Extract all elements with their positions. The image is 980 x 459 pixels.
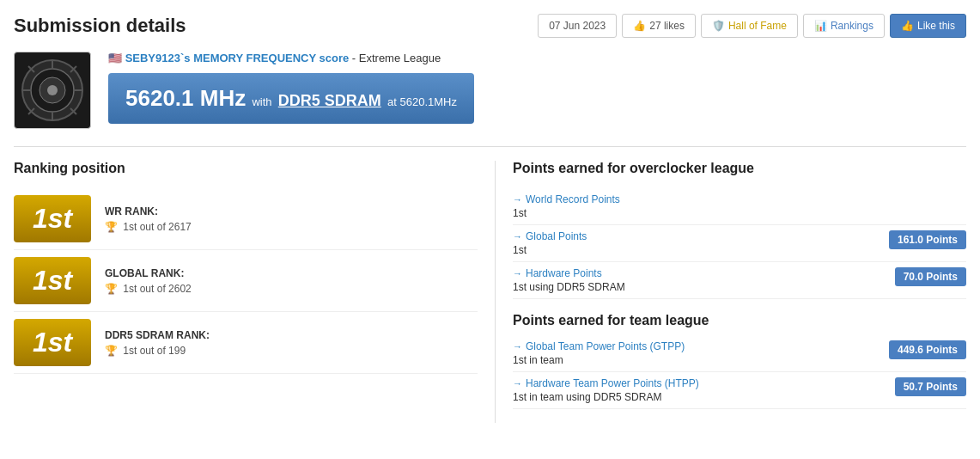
score-box: 5620.1 MHz with DDR5 SDRAM at 5620.1MHz [108, 73, 474, 124]
svg-point-3 [47, 85, 58, 95]
like-icon: 👍 [901, 20, 914, 32]
points-sub-wr: 1st [513, 207, 620, 219]
points-left-htpp: Hardware Team Power Points (HTPP) 1st in… [513, 377, 699, 403]
rank-items: 1st WR RANK: 🏆 1st out of 2617 1st [14, 188, 478, 374]
rankings-button[interactable]: 📊 Rankings [803, 14, 885, 38]
hardware-points-link[interactable]: Hardware Points [513, 267, 625, 279]
points-sub-gtpp: 1st in team [513, 354, 685, 366]
htpp-badge: 50.7 Points [895, 377, 966, 396]
points-sub-htpp: 1st in team using DDR5 SDRAM [513, 391, 699, 403]
points-left-global: Global Points 1st [513, 230, 587, 256]
main-divider [14, 146, 966, 147]
points-row-global: Global Points 1st 161.0 Points [513, 225, 966, 262]
flag-icon: 🇺🇸 [108, 52, 122, 64]
gtpp-link[interactable]: Global Team Power Points (GTPP) [513, 340, 685, 352]
trophy-icon-hw: 🏆 [105, 345, 118, 357]
wr-points-link[interactable]: World Record Points [513, 193, 620, 205]
page-title: Submission details [14, 15, 186, 37]
hardware-link[interactable]: DDR5 SDRAM [278, 92, 381, 109]
rank-item-wr: 1st WR RANK: 🏆 1st out of 2617 [14, 188, 478, 250]
points-row-gtpp: Global Team Power Points (GTPP) 1st in t… [513, 335, 966, 372]
like-this-button[interactable]: 👍 Like this [890, 14, 966, 38]
rank-label-hw: DDR5 SDRAM RANK: [105, 329, 210, 341]
rank-sub-hw: 🏆 1st out of 199 [105, 345, 210, 357]
date-badge: 07 Jun 2023 [538, 14, 617, 38]
submission-text: 🇺🇸 SEBY9123`s MEMORY FREQUENCY score - E… [108, 52, 966, 124]
main-container: Submission details 07 Jun 2023 👍 27 like… [0, 0, 980, 437]
rank-label-global: GLOBAL RANK: [105, 267, 192, 279]
shield-icon: 🛡️ [712, 20, 725, 32]
rank-badge-global: 1st [14, 257, 91, 304]
rank-sub-wr: 🏆 1st out of 2617 [105, 221, 192, 233]
trophy-icon-wr: 🏆 [105, 221, 118, 233]
header-row: Submission details 07 Jun 2023 👍 27 like… [14, 14, 966, 38]
global-points-badge: 161.0 Points [889, 230, 966, 249]
submission-info: 🇺🇸 SEBY9123`s MEMORY FREQUENCY score - E… [14, 52, 966, 129]
ranking-section: Ranking position 1st WR RANK: 🏆 1st out … [14, 161, 495, 423]
points-sub-global: 1st [513, 244, 587, 256]
hardware-image [14, 52, 91, 129]
points-row-htpp: Hardware Team Power Points (HTPP) 1st in… [513, 372, 966, 409]
two-col-layout: Ranking position 1st WR RANK: 🏆 1st out … [14, 161, 966, 423]
rank-item-hw: 1st DDR5 SDRAM RANK: 🏆 1st out of 199 [14, 312, 478, 374]
trophy-icon-global: 🏆 [105, 283, 118, 295]
header-actions: 07 Jun 2023 👍 27 likes 🛡️ Hall of Fame 📊… [538, 14, 966, 38]
points-left-wr: World Record Points 1st [513, 193, 620, 219]
points-team-title: Points earned for team league [513, 313, 966, 328]
rank-detail-hw: DDR5 SDRAM RANK: 🏆 1st out of 199 [105, 329, 210, 357]
rank-detail-wr: WR RANK: 🏆 1st out of 2617 [105, 205, 192, 233]
points-league-rows: World Record Points 1st Global Points 1s… [513, 188, 966, 299]
points-league-title: Points earned for overclocker league [513, 161, 966, 176]
rank-badge-hw: 1st [14, 319, 91, 366]
points-left-gtpp: Global Team Power Points (GTPP) 1st in t… [513, 340, 685, 366]
points-team-rows: Global Team Power Points (GTPP) 1st in t… [513, 335, 966, 409]
global-points-link[interactable]: Global Points [513, 230, 587, 242]
bar-chart-icon: 📊 [814, 20, 827, 32]
points-left-hw: Hardware Points 1st using DDR5 SDRAM [513, 267, 625, 293]
user-benchmark-link[interactable]: SEBY9123`s MEMORY FREQUENCY score [125, 52, 352, 64]
points-sub-hw: 1st using DDR5 SDRAM [513, 281, 625, 293]
hardware-points-badge: 70.0 Points [895, 267, 966, 286]
submission-headline: 🇺🇸 SEBY9123`s MEMORY FREQUENCY score - E… [108, 52, 966, 64]
rank-sub-global: 🏆 1st out of 2602 [105, 283, 192, 295]
hall-of-fame-button[interactable]: 🛡️ Hall of Fame [701, 14, 798, 38]
rank-badge-wr: 1st [14, 195, 91, 242]
htpp-link[interactable]: Hardware Team Power Points (HTPP) [513, 377, 699, 389]
points-row-wr: World Record Points 1st [513, 188, 966, 225]
rank-label-wr: WR RANK: [105, 205, 192, 217]
likes-badge: 👍 27 likes [622, 14, 696, 38]
points-section: Points earned for overclocker league Wor… [495, 161, 966, 423]
rank-item-global: 1st GLOBAL RANK: 🏆 1st out of 2602 [14, 250, 478, 312]
rank-detail-global: GLOBAL RANK: 🏆 1st out of 2602 [105, 267, 192, 295]
thumbs-up-icon: 👍 [633, 20, 646, 32]
gtpp-badge: 449.6 Points [889, 340, 966, 359]
ranking-title: Ranking position [14, 161, 478, 176]
points-row-hw: Hardware Points 1st using DDR5 SDRAM 70.… [513, 262, 966, 299]
